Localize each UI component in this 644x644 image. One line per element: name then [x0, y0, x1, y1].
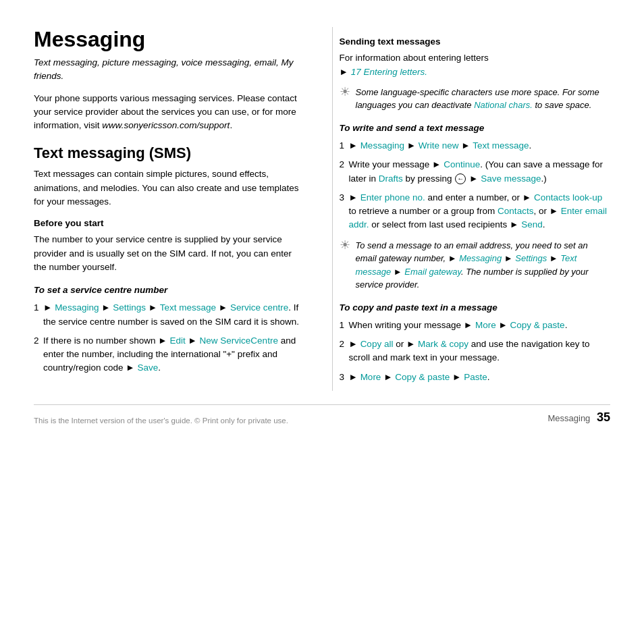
right-column: Sending text messages For information ab… — [332, 27, 611, 391]
step-3b: 3 ► Enter phone no. and enter a number, … — [340, 191, 611, 232]
subtitle: Text messaging, picture messaging, voice… — [34, 56, 305, 84]
step-2a: 2 If there is no number shown ► Edit ► N… — [34, 334, 305, 375]
sms-section-title: Text messaging (SMS) — [34, 144, 305, 162]
tip2-box: ☀ To send a message to an email address,… — [340, 239, 611, 292]
tip1-icon: ☀ — [340, 84, 350, 99]
step-3c: 3 ► More ► Copy & paste ► Paste. — [340, 371, 611, 384]
two-column-layout: Messaging Text messaging, picture messag… — [34, 27, 610, 391]
footer-page-number: 35 — [597, 410, 610, 424]
footer-page-label: Messaging — [547, 413, 590, 423]
page-container: Messaging Text messaging, picture messag… — [34, 27, 610, 425]
tip1-text: Some language-specific characters use mo… — [356, 86, 611, 112]
tip1-box: ☀ Some language-specific characters use … — [340, 86, 611, 112]
before-start-text: The number to your service centre is sup… — [34, 233, 305, 274]
left-column: Messaging Text messaging, picture messag… — [34, 27, 312, 391]
url-link: www.sonyericsson.com/support — [102, 120, 230, 130]
write-send-steps: 1 ► Messaging ► Write new ► Text message… — [340, 139, 611, 232]
before-start-heading: Before you start — [34, 217, 305, 230]
step-2b: 2 Write your message ► Continue. (You ca… — [340, 158, 611, 186]
tip2-icon: ☀ — [340, 238, 350, 252]
sending-heading: Sending text messages — [340, 35, 611, 49]
footer-page: Messaging 35 — [547, 410, 610, 425]
national-chars-link: National chars. — [474, 100, 533, 110]
footer-note: This is the Internet version of the user… — [34, 417, 288, 425]
write-send-heading: To write and send a text message — [340, 122, 611, 135]
page-title: Messaging — [34, 27, 305, 52]
copy-paste-heading: To copy and paste text in a message — [340, 301, 611, 315]
step-1b: 1 ► Messaging ► Write new ► Text message… — [340, 139, 611, 153]
entering-letters-link: 17 Entering letters. — [351, 67, 427, 77]
sending-intro: For information about entering letters ►… — [340, 51, 611, 79]
step-2c: 2 ► Copy all or ► Mark & copy and use th… — [340, 338, 611, 365]
copy-paste-steps: 1 When writing your message ► More ► Cop… — [340, 319, 611, 384]
set-service-heading: To set a service centre number — [34, 284, 305, 297]
step-1a: 1 ► Messaging ► Settings ► Text message … — [34, 301, 305, 329]
tip2-text: To send a message to an email address, y… — [356, 239, 611, 292]
step-1c: 1 When writing your message ► More ► Cop… — [340, 319, 611, 332]
set-service-steps: 1 ► Messaging ► Settings ► Text message … — [34, 301, 305, 375]
page-footer: This is the Internet version of the user… — [34, 404, 610, 425]
back-button-icon: ← — [455, 173, 466, 184]
sms-intro: Text messages can contain simple picture… — [34, 167, 305, 209]
intro-text: Your phone supports various messaging se… — [34, 92, 305, 133]
